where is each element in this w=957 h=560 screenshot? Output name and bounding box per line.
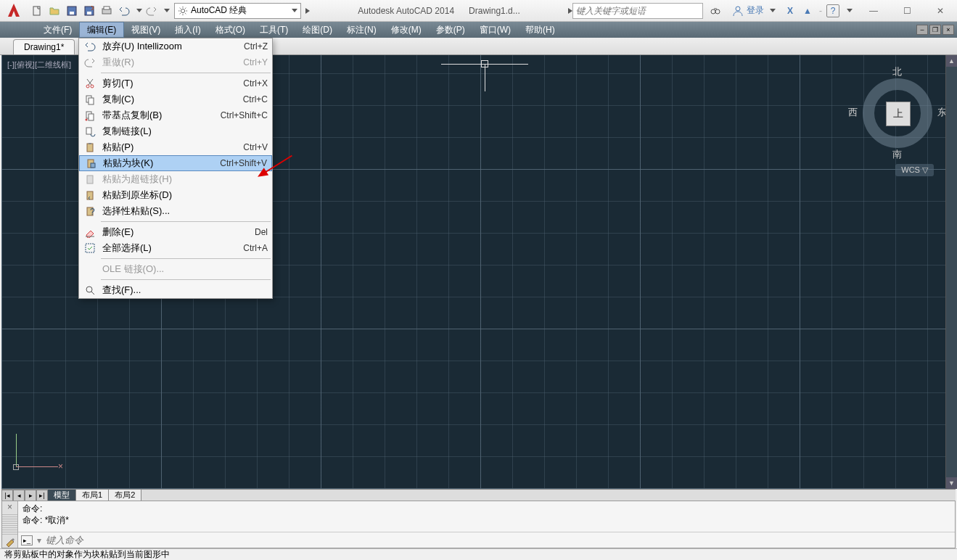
menu-modify[interactable]: 修改(M) [384, 22, 429, 38]
saveas-icon[interactable] [81, 3, 97, 19]
menu-item-redo: 重做(R)Ctrl+Y [79, 54, 272, 70]
tab-nav-first[interactable]: |◂ [1, 490, 13, 501]
menu-draw[interactable]: 绘图(D) [295, 22, 340, 38]
chevron-down-icon [770, 9, 776, 12]
menu-insert[interactable]: 插入(I) [168, 22, 208, 38]
menu-file[interactable]: 文件(F) [36, 22, 79, 38]
paste-special-icon: ? [82, 205, 98, 218]
svg-text:?: ? [90, 207, 95, 217]
chevron-down-icon[interactable] [847, 9, 853, 12]
menu-separator [101, 258, 271, 259]
plot-icon[interactable] [99, 3, 115, 19]
tab-nav-last[interactable]: ▸| [36, 490, 48, 501]
title-right-tools: 登录 X ▲ - ? [703, 3, 857, 19]
command-history[interactable]: 命令: 命令: *取消* [18, 501, 955, 532]
copy-icon [82, 93, 98, 106]
menu-item-find[interactable]: 查找(F)... [79, 282, 272, 298]
menu-item-label: 删除(E) [102, 226, 255, 239]
chevron-down-icon [292, 9, 297, 12]
save-icon[interactable] [64, 3, 80, 19]
login-button[interactable]: 登录 [728, 3, 780, 19]
close-button[interactable]: ✕ [924, 0, 957, 22]
tab-layout1[interactable]: 布局1 [76, 490, 109, 501]
help-icon[interactable]: ? [826, 4, 839, 17]
redo-icon[interactable] [144, 3, 160, 19]
viewcube-north[interactable]: 北 [892, 65, 902, 78]
menu-item-paste-special[interactable]: ?选择性粘贴(S)... [79, 203, 272, 219]
svg-point-9 [715, 9, 720, 14]
undo-icon[interactable] [116, 3, 132, 19]
svg-rect-18 [86, 128, 91, 134]
menu-window[interactable]: 窗口(W) [472, 22, 518, 38]
command-close-icon[interactable]: × [2, 501, 17, 513]
tab-nav-prev[interactable]: ◂ [13, 490, 25, 501]
menu-tools[interactable]: 工具(T) [252, 22, 295, 38]
tab-model[interactable]: 模型 [48, 490, 76, 501]
drag-handle[interactable] [2, 513, 17, 535]
menu-item-copy-base[interactable]: 带基点复制(B)Ctrl+Shift+C [79, 107, 272, 123]
command-input[interactable] [46, 535, 952, 545]
svg-rect-4 [87, 12, 91, 15]
menu-edit[interactable]: 编辑(E) [79, 22, 124, 38]
scroll-down-icon[interactable]: ▼ [946, 477, 957, 489]
command-line-handle[interactable]: × [2, 501, 18, 548]
viewcube-face[interactable]: 上 [886, 102, 911, 126]
tab-layout2[interactable]: 布局2 [109, 490, 141, 501]
exchange-icon[interactable]: X [784, 6, 796, 16]
new-icon[interactable] [29, 3, 45, 19]
menu-item-label: 粘贴为块(K) [103, 157, 220, 170]
menu-dimension[interactable]: 标注(N) [340, 22, 384, 38]
menu-help[interactable]: 帮助(H) [518, 22, 562, 38]
vertical-scrollbar[interactable]: ▲ ▼ [945, 55, 957, 489]
menu-item-paste[interactable]: 粘贴(P)Ctrl+V [79, 139, 272, 155]
open-icon[interactable] [46, 3, 62, 19]
undo-dropdown-icon[interactable] [136, 9, 142, 12]
menu-item-erase[interactable]: 删除(E)Del [79, 224, 272, 240]
doc-tab-drawing1[interactable]: Drawing1* [13, 39, 75, 54]
doc-name: Drawing1.d... [469, 6, 520, 16]
menu-item-undo[interactable]: 放弃(U) IntellizoomCtrl+Z [79, 38, 272, 54]
mdi-close[interactable]: × [942, 25, 954, 35]
menu-item-label: 粘贴为超链接(H) [102, 173, 268, 186]
mdi-restore[interactable]: ❐ [929, 25, 941, 35]
mdi-minimize[interactable]: – [916, 25, 928, 35]
tab-nav-next[interactable]: ▸ [25, 490, 36, 501]
search-input[interactable] [576, 6, 699, 16]
menu-separator [101, 221, 271, 222]
command-input-row: ▸_ ▾ [18, 532, 955, 548]
menu-item-cut[interactable]: 剪切(T)Ctrl+X [79, 75, 272, 91]
redo-icon [82, 56, 98, 69]
svg-point-12 [91, 85, 94, 88]
viewcube-west[interactable]: 西 [848, 106, 858, 119]
command-settings-icon[interactable] [2, 535, 17, 548]
menu-view[interactable]: 视图(V) [124, 22, 168, 38]
command-prompt-icon[interactable]: ▸_ [21, 535, 33, 545]
menu-item-paste-block[interactable]: 粘贴为块(K)Ctrl+Shift+V [79, 155, 272, 171]
menu-format[interactable]: 格式(O) [208, 22, 252, 38]
redo-dropdown-icon[interactable] [164, 9, 170, 12]
menu-item-select-all[interactable]: 全部选择(L)Ctrl+A [79, 240, 272, 256]
viewcube[interactable]: 上 北 南 东 西 [854, 70, 941, 157]
svg-rect-24 [87, 192, 93, 199]
copy-base-icon [82, 109, 98, 122]
search-box[interactable] [572, 3, 703, 19]
paste-block-icon [83, 157, 99, 170]
app-logo[interactable] [0, 0, 28, 22]
menu-item-copy[interactable]: 复制(C)Ctrl+C [79, 91, 272, 107]
scroll-up-icon[interactable]: ▲ [946, 55, 957, 67]
maximize-button[interactable]: ☐ [890, 0, 924, 22]
status-text: 将剪贴板中的对象作为块粘贴到当前图形中 [4, 548, 170, 560]
autodesk360-icon[interactable]: ▲ [800, 6, 815, 16]
command-history-line: 命令: [22, 503, 950, 514]
minimize-button[interactable]: — [857, 0, 890, 22]
binoculars-icon[interactable] [707, 3, 723, 19]
menu-parametric[interactable]: 参数(P) [429, 22, 472, 38]
menu-item-copy-link[interactable]: 复制链接(L) [79, 123, 272, 139]
wcs-badge[interactable]: WCS ▽ [895, 164, 934, 176]
viewport-label[interactable]: [-][俯视][二维线框] [7, 59, 71, 70]
viewcube-south[interactable]: 南 [892, 148, 902, 161]
blank-icon [82, 263, 98, 276]
workspace-dropdown[interactable]: AutoCAD 经典 [174, 3, 301, 19]
menu-item-paste-orig[interactable]: 粘贴到原坐标(D) [79, 187, 272, 203]
paste-link-icon [82, 173, 98, 186]
